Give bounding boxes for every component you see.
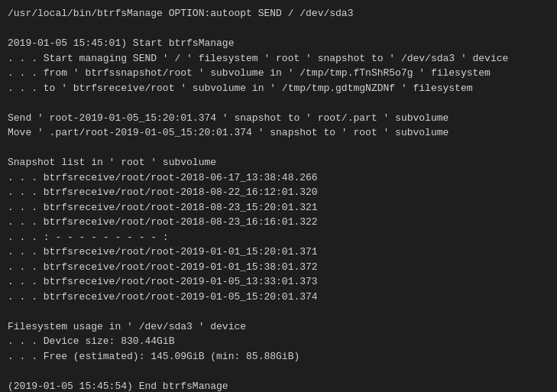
terminal-output: /usr/local/bin/btrfsManage OPTION:autoop… — [8, 6, 549, 392]
